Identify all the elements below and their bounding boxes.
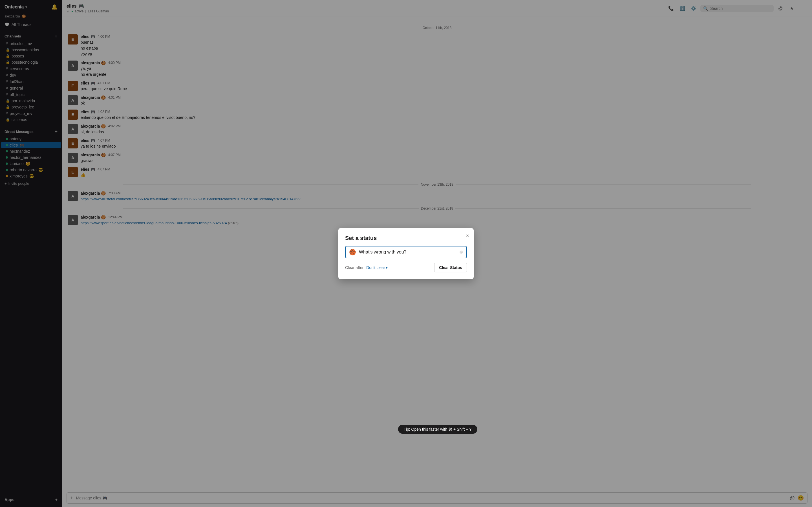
- tooltip-text: Tip: Open this faster with ⌘ + Shift + Y: [404, 427, 472, 432]
- modal-title: Set a status: [345, 235, 467, 241]
- clear-after-label: Clear after:: [345, 265, 364, 270]
- clear-status-button[interactable]: Clear Status: [434, 263, 467, 272]
- status-input-clear-button[interactable]: ⊗: [459, 249, 463, 255]
- status-input-wrapper: 🏀 ⊗: [345, 246, 467, 258]
- dropdown-chevron-icon: ▾: [386, 265, 388, 270]
- clear-after-dropdown[interactable]: Don't clear ▾: [366, 265, 388, 270]
- modal-close-button[interactable]: ×: [466, 233, 469, 239]
- modal-footer: Clear after: Don't clear ▾ Clear Status: [345, 263, 467, 272]
- status-text-input[interactable]: [359, 249, 456, 255]
- keyboard-shortcut-tooltip: Tip: Open this faster with ⌘ + Shift + Y: [398, 425, 477, 434]
- clear-after-section: Clear after: Don't clear ▾: [345, 265, 388, 270]
- clear-after-value: Don't clear: [366, 265, 385, 270]
- set-status-modal: Set a status × 🏀 ⊗ Clear after: Don't cl…: [338, 228, 474, 279]
- status-emoji-picker[interactable]: 🏀: [349, 249, 356, 256]
